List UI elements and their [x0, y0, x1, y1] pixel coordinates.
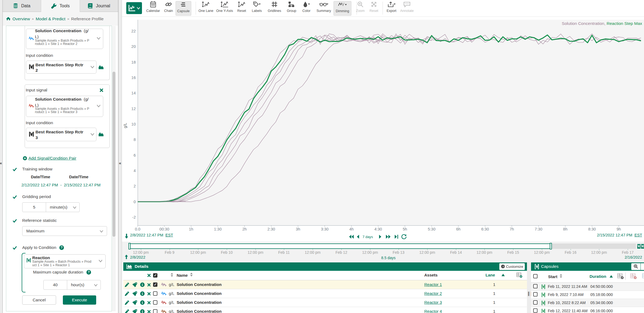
svg-text:1:30: 1:30 — [214, 227, 222, 231]
svg-text:10: 10 — [131, 122, 136, 126]
svg-text:4:30: 4:30 — [374, 227, 382, 231]
svg-text:8:30: 8:30 — [588, 227, 596, 231]
svg-text:7:30: 7:30 — [535, 227, 542, 231]
svg-text:6:30: 6:30 — [481, 227, 489, 231]
svg-text:14: 14 — [131, 91, 136, 95]
svg-text:7h: 7h — [510, 227, 514, 231]
svg-text:6h: 6h — [456, 227, 461, 231]
svg-text:3h: 3h — [296, 227, 300, 231]
svg-text:0.0: 0.0 — [135, 227, 140, 231]
svg-text:8: 8 — [134, 137, 136, 142]
svg-text:20: 20 — [131, 44, 136, 49]
svg-text:8h: 8h — [563, 227, 567, 231]
svg-text:0: 0 — [134, 200, 136, 204]
svg-text:-2: -2 — [132, 215, 136, 219]
svg-text:2: 2 — [134, 184, 136, 188]
svg-text:4: 4 — [134, 169, 136, 173]
svg-text:5:30: 5:30 — [428, 227, 435, 231]
svg-text:6: 6 — [134, 153, 136, 157]
svg-text:2h: 2h — [242, 227, 247, 231]
svg-text:18: 18 — [131, 60, 136, 64]
svg-text:2:30: 2:30 — [267, 227, 275, 231]
svg-text:1h: 1h — [189, 227, 193, 231]
svg-text:7 days: 7 days — [363, 235, 373, 239]
svg-text:3:30: 3:30 — [321, 227, 328, 231]
svg-text:16: 16 — [131, 75, 136, 80]
svg-text:5h: 5h — [403, 227, 407, 231]
svg-text:Solution Concentration, Reacti: Solution Concentration, Reaction Step Ma… — [562, 21, 642, 26]
svg-text:4h: 4h — [349, 227, 354, 231]
svg-text:12: 12 — [131, 107, 136, 111]
svg-text:22: 22 — [131, 29, 136, 33]
svg-text:9h: 9h — [617, 227, 621, 231]
svg-text:g/L: g/L — [123, 123, 127, 128]
svg-text:00:30: 00:30 — [159, 227, 169, 231]
